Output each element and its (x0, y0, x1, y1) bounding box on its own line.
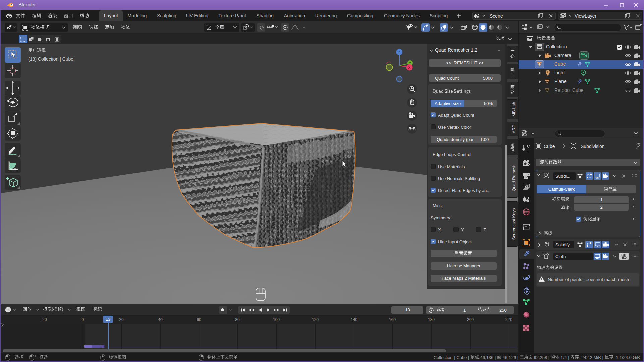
svg-text:Z: Z (398, 50, 401, 54)
svg-text:X: X (408, 65, 411, 69)
